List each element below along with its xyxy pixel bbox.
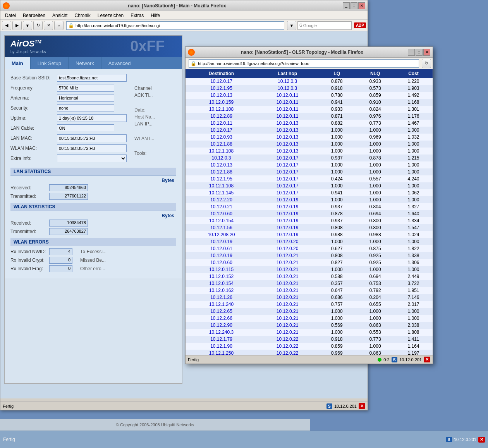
table-row: 10.12.1.8810.12.0.131.0001.0001.000 [186,141,433,148]
address-bar[interactable]: 🔒 [66,21,284,30]
google-search-input[interactable] [303,23,357,28]
wlan-mac-row: WLAN MAC: [10,144,127,152]
table-cell: 1.492 [394,92,433,99]
table-cell: 10.12.2.90 [186,322,257,329]
forward-button[interactable]: ▶ [12,21,22,30]
maximize-button[interactable]: □ [351,2,357,9]
table-row: 10.12.240.310.12.0.211.0000.5531.808 [186,329,433,336]
table-cell: 0.941 [318,99,356,106]
olsr-reload-button[interactable]: ↻ [422,59,431,68]
olsr-table-header: Destination Last hop LQ NLQ Cost [186,69,433,78]
main-titlebar: nano: [NanoStation5] - Main - Mozilla Fi… [0,0,368,11]
main-toolbar: ◀ ▶ ▼ ↻ ✕ ⌂ 🔒 ▼ G 🔍 ABP [0,20,368,31]
table-row: 10.12.2.6510.12.0.211.0001.0001.000 [186,308,433,315]
olsr-status-ip: 10.12.0.201 [399,357,422,362]
menu-bearbeiten[interactable]: Bearbeiten [20,12,48,19]
antenna-input[interactable] [57,94,114,102]
table-cell: 10.12.0.17 [186,78,257,85]
table-cell: 1.000 [318,168,356,175]
table-cell: 0.918 [318,336,356,343]
ack-timeout-label: ACK Ti... [134,93,155,98]
table-row: 10.12.2.8910.12.0.110.8710.9761.176 [186,113,433,120]
olsr-maximize-button[interactable]: □ [416,49,423,56]
table-cell: 10.12.0.17 [257,154,318,161]
table-cell: 10.12.0.21 [257,280,318,287]
table-cell: 1.000 [318,182,356,189]
table-cell: 0.925 [356,252,394,259]
table-cell: 0.553 [356,329,394,336]
table-cell: 10.12.0.21 [257,259,318,266]
wlan-stats-header: WLAN STATISTICS [10,203,176,211]
olsr-close-button[interactable]: ✕ [423,49,430,56]
base-station-row: Base Station SSID: [10,74,176,82]
table-cell: 10.12.0.21 [186,203,257,210]
history-button[interactable]: ▼ [23,21,32,30]
menu-chronik[interactable]: Chronik [71,12,93,19]
taskbar-status: S 10.12.0.201 ✕ [446,437,485,443]
table-cell: 0.863 [356,350,394,355]
tab-advanced[interactable]: Advanced [101,57,138,69]
menu-datei[interactable]: Datei [2,12,19,19]
wlan-received-value: 10384478 [49,220,88,227]
uptime-input[interactable] [57,114,127,122]
security-input[interactable] [57,104,114,112]
olsr-title: nano: [NanoStation5] - OLSR Topology - M… [196,50,408,55]
table-cell: 7.146 [394,294,433,301]
olsr-address-input[interactable] [198,61,417,66]
stop-button[interactable]: ✕ [44,21,53,30]
missed-be-label: Missed Be... [80,257,106,263]
lan-cable-input[interactable] [57,124,114,132]
table-cell: 0.773 [356,120,394,127]
lan-cable-row: LAN Cable: [10,124,127,132]
lan-stats-header: LAN STATISTICS [10,168,176,176]
table-cell: 1.000 [394,266,433,273]
table-row: 10.12.1.5610.12.0.190.8080.8001.547 [186,224,433,231]
table-cell: 1.411 [394,336,433,343]
table-cell: 1.000 [318,308,356,315]
minimize-button[interactable]: _ [343,2,350,9]
frequency-input[interactable] [57,84,114,92]
menu-extras[interactable]: Extras [127,12,147,19]
wlan-mac-input[interactable] [57,144,127,152]
back-button[interactable]: ◀ [2,21,11,30]
lan-received-label: Received: [10,185,49,191]
tab-main[interactable]: Main [5,57,31,69]
go-button[interactable]: ▼ [287,21,296,30]
home-button[interactable]: ⌂ [54,21,64,30]
tab-network[interactable]: Network [69,57,101,69]
olsr-firefox-icon [188,49,195,56]
table-cell: 10.12.1.108 [186,182,257,189]
table-cell: 10.12.0.13 [257,148,318,154]
menu-ansicht[interactable]: Ansicht [49,12,70,19]
table-cell: 10.12.1.88 [186,141,257,148]
menu-lesezeichen[interactable]: Lesezeichen [95,12,127,19]
security-label: Security: [10,105,57,111]
col-lq: LQ [318,69,356,78]
table-cell: 1.000 [318,315,356,322]
table-cell: 0.804 [356,203,394,210]
lan-mac-input[interactable] [57,134,127,142]
address-input[interactable] [76,23,282,28]
olsr-address-bar[interactable]: 🔒 [189,59,419,68]
other-errors-label: Other erro... [80,266,105,271]
base-station-input[interactable] [57,74,127,82]
olsr-minimize-button[interactable]: _ [408,49,415,56]
table-cell: 0.878 [356,154,394,161]
tab-link-setup[interactable]: Link Setup [31,57,69,69]
menu-hilfe[interactable]: Hilfe [148,12,163,19]
table-cell: 10.12.0.19 [257,203,318,210]
table-cell: 1.000 [318,329,356,336]
table-cell: 1.000 [318,238,356,245]
table-cell: 10.12.0.11 [257,99,318,106]
reload-button[interactable]: ↻ [33,21,43,30]
base-station-label: Base Station SSID: [10,75,57,81]
close-button[interactable]: ✕ [358,2,365,9]
table-cell: 1.000 [356,168,394,175]
table-cell: 0.800 [356,217,394,224]
main-x-icon: ✕ [359,403,365,409]
table-row: 10.12.0.16210.12.0.210.6470.7921.951 [186,287,433,294]
table-cell: 10.12.0.19 [186,238,257,245]
table-row: 10.12.0.15210.12.0.210.5880.6942.449 [186,273,433,280]
table-cell: 1.467 [394,120,433,127]
extra-info-select[interactable]: - - - - [57,154,127,162]
